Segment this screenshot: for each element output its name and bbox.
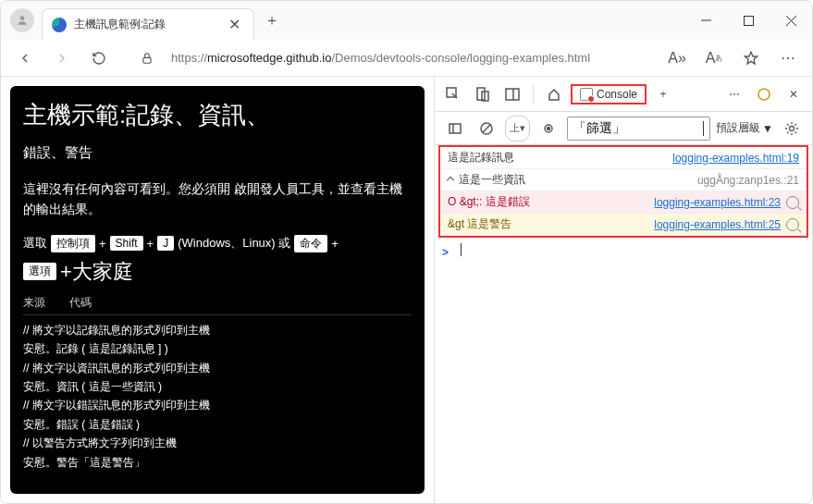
svg-rect-5 bbox=[143, 57, 151, 63]
title-bar: 主機訊息範例:記錄 ✕ ＋ bbox=[1, 1, 812, 40]
svg-point-17 bbox=[548, 127, 550, 129]
log-row[interactable]: &gt 這是警告 logging-examples.html:25 bbox=[440, 214, 807, 236]
page-paragraph: 這裡沒有任何內容可看到。您必須開 啟開發人員工具，並查看主機的輸出結果。 bbox=[23, 178, 412, 220]
reader-icon[interactable]: A» bbox=[664, 45, 690, 71]
close-tab-icon[interactable]: ✕ bbox=[225, 14, 244, 35]
live-expression-icon[interactable] bbox=[536, 116, 561, 141]
edge-icon bbox=[52, 18, 67, 32]
search-icon[interactable] bbox=[786, 218, 799, 231]
log-row[interactable]: 這是一些資訊 uggÅng:zanp1es.:21 bbox=[440, 169, 807, 191]
text-size-icon[interactable]: Aあ bbox=[701, 45, 727, 71]
menu-icon[interactable]: ⋯ bbox=[775, 45, 801, 71]
console-body: 這是記錄訊息 logging-examples.html:19 這是一些資訊 u… bbox=[435, 145, 812, 503]
maximize-button[interactable] bbox=[727, 1, 770, 40]
kbd-line-2: 選項 +大家庭 bbox=[23, 258, 412, 286]
console-toolbar: 上 ▾ 「篩選」 預設層級 ▼ bbox=[435, 112, 812, 145]
devtools-tabbar: Console + ⋯ ✕ bbox=[435, 77, 812, 112]
search-icon[interactable] bbox=[786, 196, 799, 209]
add-tab-button[interactable]: + bbox=[650, 81, 676, 107]
tab-title: 主機訊息範例:記錄 bbox=[74, 17, 225, 32]
inspect-icon[interactable] bbox=[440, 81, 466, 107]
context-selector[interactable]: 上 ▾ bbox=[505, 116, 530, 141]
svg-point-11 bbox=[758, 89, 770, 100]
svg-point-18 bbox=[790, 126, 795, 130]
svg-rect-7 bbox=[477, 88, 485, 100]
browser-tab[interactable]: 主機訊息範例:記錄 ✕ bbox=[42, 8, 254, 40]
favorite-icon[interactable] bbox=[738, 45, 764, 71]
new-tab-button[interactable]: ＋ bbox=[258, 6, 286, 34]
source-link[interactable]: uggÅng:zanp1es.:21 bbox=[697, 174, 799, 187]
svg-line-15 bbox=[483, 125, 490, 132]
source-link[interactable]: logging-examples.html:25 bbox=[654, 218, 781, 231]
log-row[interactable]: 這是記錄訊息 logging-examples.html:19 bbox=[440, 147, 807, 169]
address-bar: https://microsoftedge.github.io/Demos/de… bbox=[1, 40, 812, 77]
source-link[interactable]: logging-examples.html:23 bbox=[654, 196, 781, 209]
svg-point-0 bbox=[20, 16, 25, 20]
svg-rect-2 bbox=[744, 16, 753, 25]
close-window-button[interactable] bbox=[770, 1, 812, 40]
settings-icon[interactable] bbox=[779, 116, 805, 141]
code-block: 將文字以記錄訊息的形式列印到主機 安慰。記錄 ( 這是記錄訊息 ] ) 將文字以… bbox=[23, 321, 412, 472]
devtools-panel: Console + ⋯ ✕ 上 ▾ 「篩選」 預設層級 ▼ 這是記錄訊息 log… bbox=[434, 77, 812, 503]
log-row[interactable]: O &gt;: 這是錯誤 logging-examples.html:23 bbox=[440, 191, 807, 214]
console-prompt[interactable]: > bbox=[435, 238, 812, 264]
devtools-more-icon[interactable]: ⋯ bbox=[721, 81, 747, 107]
code-header: 来源代碼 bbox=[23, 295, 412, 315]
refresh-button[interactable] bbox=[86, 45, 112, 71]
clear-console-icon[interactable] bbox=[474, 116, 499, 141]
kbd-line-1: 選取 控制項 + Shift + J (Windows、Linux) 或 命令 … bbox=[23, 235, 412, 252]
source-link[interactable]: logging-examples.html:19 bbox=[672, 152, 799, 165]
sidebar-toggle-icon[interactable] bbox=[442, 116, 468, 141]
page-content: 主機示範:記錄、資訊、 錯誤、警告 這裡沒有任何內容可看到。您必須開 啟開發人員… bbox=[1, 77, 434, 503]
minimize-button[interactable] bbox=[684, 1, 727, 40]
filter-input[interactable]: 「篩選」 bbox=[567, 117, 710, 141]
page-subheading: 錯誤、警告 bbox=[23, 144, 412, 162]
svg-rect-12 bbox=[450, 124, 461, 133]
issues-icon[interactable] bbox=[751, 81, 777, 107]
device-icon[interactable] bbox=[470, 81, 496, 107]
page-heading: 主機示範:記錄、資訊、 bbox=[23, 99, 412, 131]
site-info-icon[interactable] bbox=[134, 45, 160, 71]
forward-button bbox=[49, 45, 75, 71]
log-level-selector[interactable]: 預設層級 ▼ bbox=[716, 120, 773, 136]
welcome-icon[interactable] bbox=[541, 81, 567, 107]
back-button[interactable] bbox=[12, 45, 38, 71]
profile-avatar[interactable] bbox=[10, 8, 34, 32]
svg-rect-9 bbox=[506, 89, 519, 100]
dock-icon[interactable] bbox=[499, 81, 525, 107]
url-text[interactable]: https://microsoftedge.github.io/Demos/de… bbox=[171, 51, 653, 65]
close-devtools-icon[interactable]: ✕ bbox=[781, 81, 807, 107]
console-tab[interactable]: Console bbox=[571, 84, 647, 104]
console-icon bbox=[580, 88, 593, 101]
